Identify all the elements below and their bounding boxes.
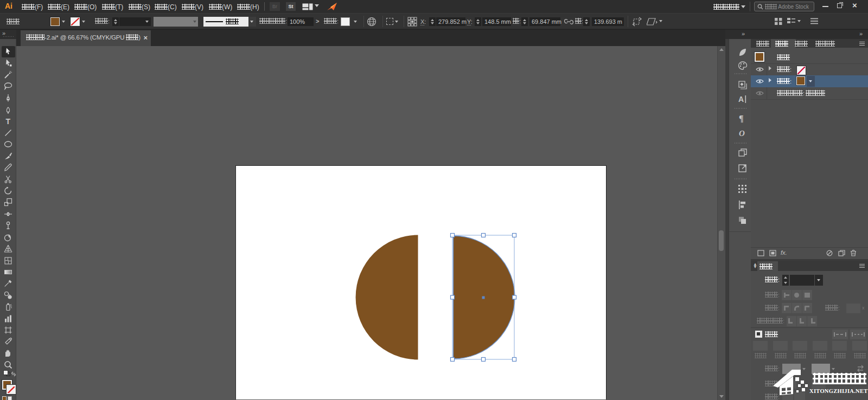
- svg-text:A: A: [738, 95, 744, 104]
- svg-text:¶: ¶: [739, 114, 744, 123]
- svg-text:T: T: [6, 117, 11, 126]
- svg-text:O: O: [739, 129, 745, 138]
